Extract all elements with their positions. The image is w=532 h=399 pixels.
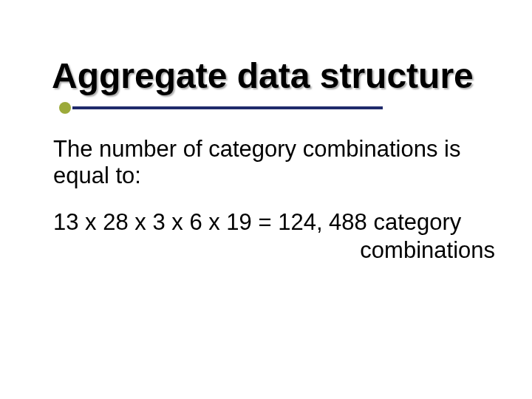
intro-text: The number of category combinations is e… <box>53 136 495 188</box>
slide-title: Aggregate data structure <box>52 58 502 95</box>
slide-body: The number of category combinations is e… <box>52 136 502 265</box>
bullet-icon <box>59 102 71 114</box>
calculation-text: 13 x 28 x 3 x 6 x 19 = 124, 488 category… <box>53 208 495 266</box>
calc-line-1: 13 x 28 x 3 x 6 x 19 = 124, 488 category <box>53 208 495 237</box>
title-underline <box>52 100 502 115</box>
divider <box>72 106 383 109</box>
calc-line-2: combinations <box>53 236 495 265</box>
slide: Aggregate data structure The number of c… <box>0 0 532 399</box>
